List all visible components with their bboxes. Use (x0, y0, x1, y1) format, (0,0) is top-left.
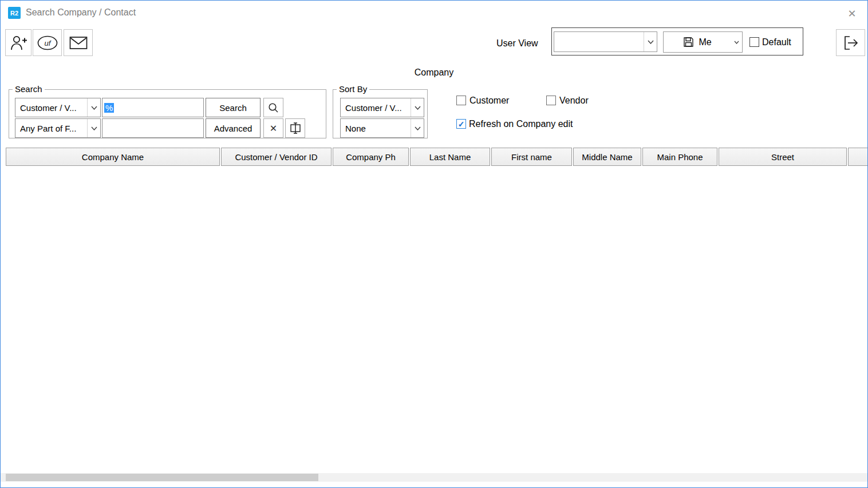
email-button[interactable] (64, 29, 93, 56)
results-table-body (1, 167, 867, 473)
search-field-value: Customer / V... (20, 103, 77, 113)
add-person-icon (9, 34, 27, 52)
search-group-legend: Search (13, 84, 45, 94)
primary-sort-value: Customer / V... (345, 103, 402, 113)
scrollbar-thumb[interactable] (6, 474, 318, 481)
customer-checkbox-label[interactable]: Customer (469, 95, 509, 106)
results-table-header: Company Name Customer / Vendor ID Compan… (6, 148, 868, 166)
user-view-group: Me Default (551, 27, 803, 55)
check-icon: ✓ (458, 120, 465, 128)
search-groupbox: Search Customer / V... % Search Any Part… (9, 89, 326, 138)
chevron-down-icon[interactable] (411, 98, 424, 117)
horizontal-scrollbar[interactable] (1, 473, 867, 482)
center-window-button[interactable] (285, 118, 305, 138)
r2-logo: R2 (8, 7, 21, 19)
refresh-on-company-edit-label[interactable]: Refresh on Company edit (469, 118, 573, 129)
primary-sort-select[interactable]: Customer / V... (340, 98, 424, 117)
search-button[interactable]: Search (206, 98, 261, 117)
exit-icon (842, 35, 859, 51)
secondary-keyword-input[interactable] (102, 118, 204, 138)
chevron-down-icon[interactable] (87, 119, 100, 137)
search-keyword-input[interactable]: % (102, 98, 204, 117)
chevron-down-icon[interactable] (87, 98, 100, 117)
advanced-button[interactable]: Advanced (206, 118, 261, 138)
column-header-main-phone[interactable]: Main Phone (642, 148, 717, 166)
match-type-value: Any Part of F... (20, 124, 76, 133)
default-checkbox[interactable] (749, 37, 759, 47)
user-view-label: User View (496, 38, 538, 49)
sortby-groupbox: Sort By Customer / V... None (333, 89, 428, 138)
close-icon[interactable]: ✕ (844, 6, 860, 22)
clear-button[interactable]: ✕ (263, 118, 283, 138)
refresh-on-company-edit-checkbox[interactable]: ✓ (456, 119, 466, 129)
window-title: Search Company / Contact (26, 7, 136, 18)
envelope-icon (69, 36, 88, 50)
clear-x-icon: ✕ (270, 123, 277, 134)
column-header-first-name[interactable]: First name (491, 148, 572, 166)
search-field-select[interactable]: Customer / V... (15, 98, 101, 117)
column-header-partial[interactable] (848, 148, 868, 166)
column-header-company-phone[interactable]: Company Ph (333, 148, 409, 166)
quick-search-button[interactable] (263, 98, 283, 117)
column-header-customer-vendor-id[interactable]: Customer / Vendor ID (221, 148, 332, 166)
secondary-sort-select[interactable]: None (340, 118, 424, 138)
vendor-checkbox[interactable] (546, 96, 556, 105)
column-header-company-name[interactable]: Company Name (6, 148, 220, 166)
uf-eye-icon: uf (37, 35, 58, 51)
vendor-checkbox-label[interactable]: Vendor (559, 95, 589, 106)
secondary-sort-value: None (345, 124, 366, 133)
split-window-icon (289, 122, 302, 134)
search-company-contact-window: R2 Search Company / Contact ✕ uf (0, 0, 868, 488)
user-view-select[interactable] (554, 31, 657, 52)
title-bar: R2 Search Company / Contact ✕ (1, 1, 867, 26)
column-header-street[interactable]: Street (719, 148, 847, 166)
sortby-group-legend: Sort By (337, 84, 369, 94)
chevron-down-icon (734, 41, 739, 44)
magnifier-icon (268, 102, 279, 113)
add-contact-button[interactable] (5, 29, 31, 56)
customer-checkbox[interactable] (456, 96, 466, 105)
match-type-select[interactable]: Any Part of F... (15, 118, 101, 138)
default-checkbox-label[interactable]: Default (762, 37, 791, 47)
company-section-label: Company (1, 68, 867, 78)
save-view-me-button[interactable]: Me (663, 31, 732, 53)
chevron-down-icon[interactable] (644, 32, 657, 51)
selected-text: % (104, 103, 114, 113)
user-fields-button[interactable]: uf (33, 29, 62, 56)
chevron-down-icon[interactable] (411, 119, 424, 137)
me-button-label: Me (699, 37, 711, 47)
exit-button[interactable] (836, 29, 865, 56)
column-header-middle-name[interactable]: Middle Name (573, 148, 641, 166)
uf-icon-text: uf (44, 39, 51, 47)
me-dropdown-button[interactable] (731, 31, 743, 53)
column-header-last-name[interactable]: Last Name (410, 148, 490, 166)
save-icon (683, 37, 694, 47)
